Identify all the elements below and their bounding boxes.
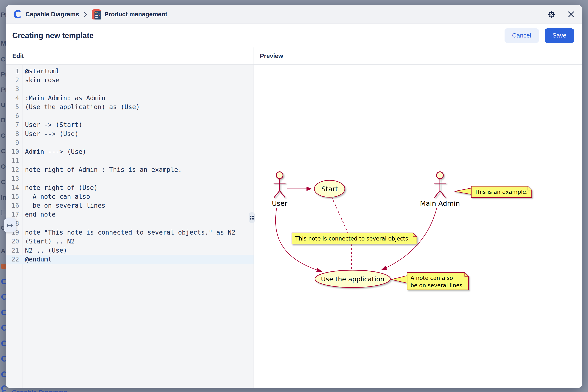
save-button[interactable]: Save (545, 28, 574, 43)
code-editor[interactable]: 1@startuml2skin rose34:Main Admin: as Ad… (6, 65, 254, 388)
line-number: 11 (6, 157, 22, 164)
expand-sidebar-button[interactable]: ↦ (4, 218, 16, 232)
line-number: 3 (6, 85, 22, 92)
code-text: note "This note is connected to several … (22, 229, 235, 236)
line-number: 21 (6, 247, 22, 254)
line-number: 22 (6, 256, 22, 263)
code-text: end note (22, 210, 56, 218)
code-line[interactable]: 12note right of Admin : This is an examp… (6, 165, 254, 174)
note-example-text: This is an example. (474, 189, 528, 195)
code-line[interactable]: 2skin rose (6, 76, 254, 84)
code-line[interactable]: 5(Use the application) as (Use) (6, 102, 254, 111)
bg-app-logo: C (1, 370, 6, 379)
line-number: 12 (6, 166, 22, 173)
gear-icon[interactable] (547, 10, 556, 19)
code-text: :Main Admin: as Admin (22, 94, 105, 102)
line-number: 8 (6, 130, 22, 138)
template-editor-modal: C Capable Diagrams Product management (6, 5, 582, 388)
line-number: 9 (6, 139, 22, 146)
breadcrumb-app[interactable]: Capable Diagrams (25, 11, 79, 18)
bg-text-fragment: M (1, 40, 6, 47)
line-number: 17 (6, 210, 22, 218)
bg-list-item-label: Capable Diagrams (12, 388, 67, 392)
edge-start-note-dashed (332, 197, 348, 233)
bg-app-logo: C (1, 308, 6, 317)
code-line[interactable]: 22@enduml (6, 255, 254, 264)
cancel-button[interactable]: Cancel (505, 28, 539, 43)
code-line[interactable]: 17end note (6, 210, 254, 219)
line-number: 2 (6, 76, 22, 84)
pane-headers: Edit Preview (6, 48, 582, 65)
code-line[interactable]: 19note "This note is connected to severa… (6, 228, 254, 237)
diagram-preview: User Main Admin Start Use the applicatio… (254, 65, 582, 388)
line-number: 7 (6, 121, 22, 128)
breadcrumb: C Capable Diagrams Product management (6, 5, 582, 24)
bg-app-logo: C (2, 388, 6, 392)
code-line[interactable]: 11 (6, 156, 254, 165)
code-text: note right of (Use) (22, 184, 98, 191)
code-line[interactable]: 20(Start) .. N2 (6, 237, 254, 246)
page-title: Creating new template (12, 31, 94, 40)
code-line[interactable]: 15 A note can also (6, 192, 254, 201)
code-text: note right of Admin : This is an example… (22, 166, 182, 173)
code-line[interactable]: 16 be on several lines (6, 201, 254, 210)
breadcrumb-page[interactable]: Product management (104, 11, 167, 18)
line-number: 1 (6, 68, 22, 75)
code-line[interactable]: 9 (6, 138, 254, 147)
capable-diagrams-logo-icon: C (12, 9, 22, 20)
line-number: 5 (6, 103, 22, 110)
bg-app-logo: C (1, 292, 6, 301)
code-line[interactable]: 14note right of (Use) (6, 183, 254, 192)
code-text: @enduml (22, 256, 52, 263)
uml-usecase-diagram: User Main Admin Start Use the applicatio… (254, 65, 582, 388)
actor-user (274, 172, 285, 197)
close-icon[interactable] (567, 10, 576, 19)
modal-title-bar: Creating new template Cancel Save (6, 24, 582, 47)
bg-app-logo: C (1, 324, 6, 332)
line-number: 13 (6, 175, 22, 182)
code-text: skin rose (22, 76, 59, 84)
line-number: 4 (6, 94, 22, 102)
chevron-right-icon (84, 12, 87, 18)
usecase-use-label: Use the application (321, 275, 384, 283)
code-line[interactable]: 18 (6, 219, 254, 228)
edit-pane-header: Edit (12, 48, 24, 64)
actor-main-admin (434, 172, 446, 197)
code-line[interactable]: 10Admin ---> (Use) (6, 147, 254, 156)
bg-app-logo: C (1, 354, 6, 363)
line-number: 14 (6, 184, 22, 191)
line-number: 6 (6, 112, 22, 120)
bg-app-logo: C (1, 277, 6, 286)
note-multiline-text-2: be on several lines (411, 282, 462, 288)
code-text: be on several lines (22, 202, 105, 209)
code-text: User --> (Use) (22, 130, 78, 138)
code-text: N2 .. (Use) (22, 247, 67, 254)
note-connected-text: This note is connected to several object… (295, 236, 410, 242)
code-line[interactable]: 8User --> (Use) (6, 129, 254, 138)
code-lines: 1@startuml2skin rose34:Main Admin: as Ad… (6, 66, 254, 264)
code-line[interactable]: 4:Main Admin: as Admin (6, 94, 254, 102)
code-text: Admin ---> (Use) (22, 148, 86, 155)
code-text: User -> (Start) (22, 121, 82, 128)
code-line[interactable]: 6 (6, 111, 254, 120)
actor-user-label: User (272, 200, 288, 208)
line-number: 15 (6, 193, 22, 200)
line-number: 10 (6, 148, 22, 155)
code-line[interactable]: 7User -> (Start) (6, 120, 254, 129)
code-line[interactable]: 13 (6, 174, 254, 183)
code-line[interactable]: 3 (6, 84, 254, 94)
bg-text-fragment: In (1, 194, 6, 201)
arrow-from-bar-icon: ↦ (7, 221, 13, 230)
note-multiline-text-1: A note can also (411, 275, 453, 281)
splitter-drag-handle[interactable] (249, 212, 255, 223)
code-text: A note can also (22, 193, 90, 200)
code-text: (Use the application) as (Use) (22, 103, 140, 110)
usecase-start-label: Start (321, 185, 338, 193)
bg-app-logo: C (1, 339, 6, 348)
actor-admin-label: Main Admin (420, 200, 460, 208)
line-number: 16 (6, 202, 22, 209)
code-line[interactable]: 21N2 .. (Use) (6, 246, 254, 255)
bg-orange-icon (1, 264, 6, 269)
line-number: 20 (6, 238, 22, 245)
code-line[interactable]: 1@startuml (6, 66, 254, 76)
